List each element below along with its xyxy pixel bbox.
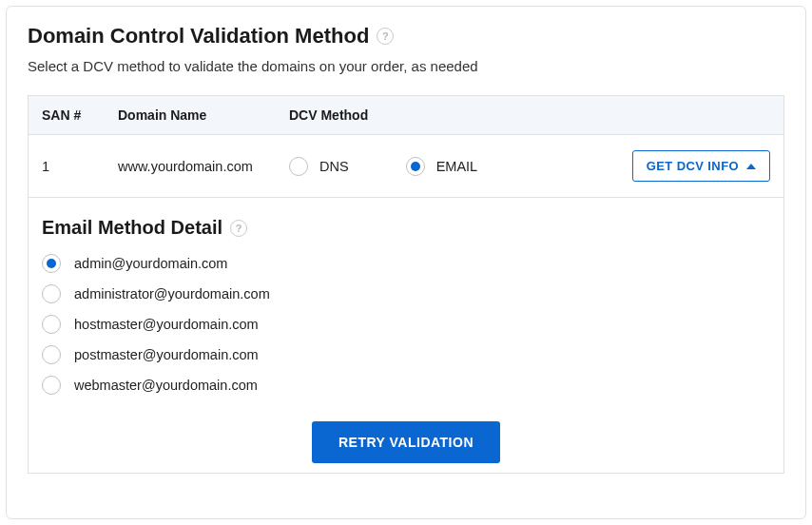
email-label: admin@yourdomain.com xyxy=(74,256,227,271)
help-icon[interactable]: ? xyxy=(377,28,394,45)
get-dcv-info-label: GET DCV INFO xyxy=(647,159,739,173)
radio-indicator xyxy=(42,284,61,303)
chevron-up-icon xyxy=(746,164,756,169)
col-header-domain: Domain Name xyxy=(118,107,289,123)
radio-dns-indicator xyxy=(289,157,308,176)
email-list: admin@yourdomain.com administrator@yourd… xyxy=(42,254,770,395)
retry-row: RETRY VALIDATION xyxy=(42,421,770,463)
detail-heading: Email Method Detail xyxy=(42,217,222,239)
email-option-3[interactable]: postmaster@yourdomain.com xyxy=(42,345,770,364)
cell-domain: www.yourdomain.com xyxy=(118,159,289,174)
dcv-table: SAN # Domain Name DCV Method 1 www.yourd… xyxy=(28,95,784,474)
email-label: postmaster@yourdomain.com xyxy=(74,347,259,362)
radio-email[interactable]: EMAIL xyxy=(406,157,478,176)
radio-email-label: EMAIL xyxy=(436,159,478,174)
radio-email-indicator xyxy=(406,157,425,176)
radio-indicator xyxy=(42,376,61,395)
email-label: hostmaster@yourdomain.com xyxy=(74,317,259,332)
email-label: administrator@yourdomain.com xyxy=(74,286,270,301)
get-dcv-info-button[interactable]: GET DCV INFO xyxy=(632,150,770,182)
email-option-4[interactable]: webmaster@yourdomain.com xyxy=(42,376,770,395)
email-option-2[interactable]: hostmaster@yourdomain.com xyxy=(42,315,770,334)
page-title: Domain Control Validation Method xyxy=(28,24,369,49)
radio-indicator xyxy=(42,345,61,364)
radio-indicator xyxy=(42,254,61,273)
detail-heading-row: Email Method Detail ? xyxy=(42,217,770,239)
email-option-0[interactable]: admin@yourdomain.com xyxy=(42,254,770,273)
col-header-method: DCV Method xyxy=(289,107,770,123)
col-header-san: SAN # xyxy=(42,107,118,123)
table-header: SAN # Domain Name DCV Method xyxy=(29,96,783,135)
table-row: 1 www.yourdomain.com DNS EMAIL GET DCV I… xyxy=(29,135,783,198)
radio-indicator xyxy=(42,315,61,334)
radio-dns[interactable]: DNS xyxy=(289,157,349,176)
email-label: webmaster@yourdomain.com xyxy=(74,378,258,393)
retry-validation-button[interactable]: RETRY VALIDATION xyxy=(312,421,500,463)
cell-method: DNS EMAIL xyxy=(289,157,609,176)
dcv-card: Domain Control Validation Method ? Selec… xyxy=(6,6,806,519)
cell-san: 1 xyxy=(42,159,118,174)
dcv-method-radio-group: DNS EMAIL xyxy=(289,157,609,176)
subtext: Select a DCV method to validate the doma… xyxy=(28,58,784,74)
help-icon[interactable]: ? xyxy=(230,220,247,237)
radio-dns-label: DNS xyxy=(319,159,349,174)
heading-row: Domain Control Validation Method ? xyxy=(28,24,784,49)
email-option-1[interactable]: administrator@yourdomain.com xyxy=(42,284,770,303)
email-detail-section: Email Method Detail ? admin@yourdomain.c… xyxy=(29,198,783,473)
cell-action: GET DCV INFO xyxy=(609,150,770,182)
